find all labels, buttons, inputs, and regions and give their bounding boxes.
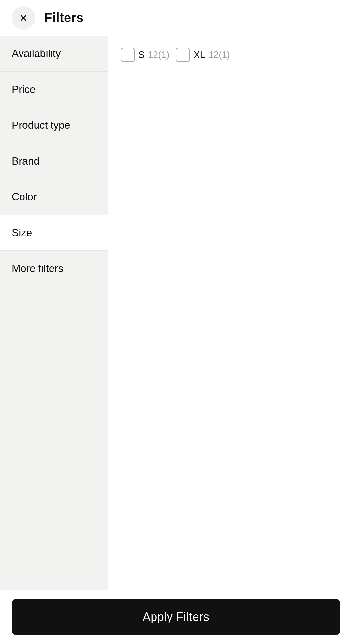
header: Filters: [0, 0, 352, 36]
sidebar-item-product-type[interactable]: Product type: [0, 107, 108, 143]
checkbox-xl[interactable]: [176, 48, 190, 62]
sidebar-item-color[interactable]: Color: [0, 179, 108, 215]
page-title: Filters: [44, 10, 83, 25]
sidebar-item-price[interactable]: Price: [0, 72, 108, 107]
option-label-s: S: [138, 49, 145, 60]
option-count-xl: 12(1): [209, 50, 230, 60]
sidebar-item-size[interactable]: Size: [0, 215, 108, 251]
apply-button-container: Apply Filters: [0, 590, 352, 644]
close-button[interactable]: [12, 6, 35, 30]
checkbox-s[interactable]: [121, 48, 135, 62]
filter-option-xl[interactable]: XL12(1): [176, 48, 230, 62]
close-icon: [19, 13, 28, 23]
sidebar: Availability Price Product type Brand Co…: [0, 36, 108, 590]
filter-option-s[interactable]: S12(1): [121, 48, 169, 62]
apply-filters-button[interactable]: Apply Filters: [12, 599, 340, 635]
size-filter-options: S12(1) XL12(1): [121, 48, 339, 62]
option-count-s: 12(1): [148, 50, 169, 60]
sidebar-item-more-filters[interactable]: More filters: [0, 251, 108, 286]
option-label-xl: XL: [193, 49, 205, 60]
filter-panel: S12(1) XL12(1): [108, 36, 352, 590]
sidebar-item-availability[interactable]: Availability: [0, 36, 108, 72]
sidebar-item-brand[interactable]: Brand: [0, 143, 108, 179]
main-content: Availability Price Product type Brand Co…: [0, 36, 352, 590]
